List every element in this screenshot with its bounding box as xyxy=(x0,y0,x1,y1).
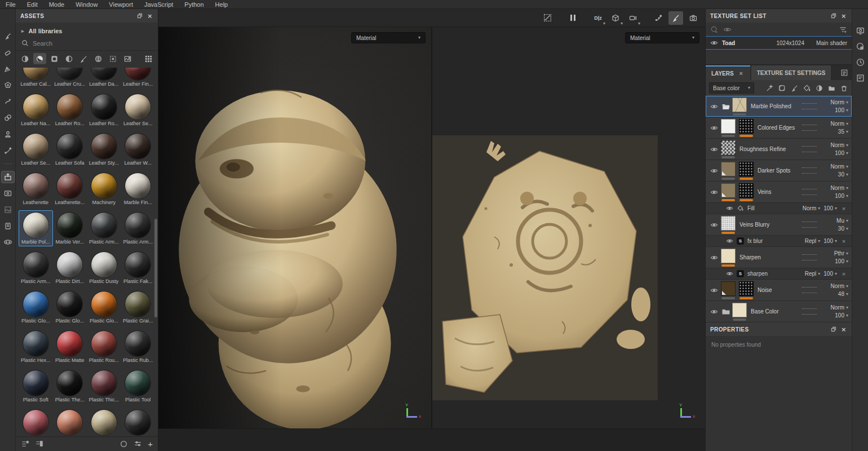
filter-sort-icon[interactable] xyxy=(839,25,847,34)
asset-tile[interactable]: Leather Cru... xyxy=(53,68,87,89)
shading-mode-select-2d[interactable]: Material xyxy=(625,32,699,43)
visibility-eye-icon[interactable] xyxy=(726,270,733,277)
asset-tile[interactable]: Plastic Arm... xyxy=(87,210,121,246)
history-clock-icon[interactable] xyxy=(856,58,865,67)
opacity-select[interactable]: 100 xyxy=(823,238,837,244)
asset-tile[interactable]: Machinery xyxy=(87,171,121,207)
view-list-large-icon[interactable] xyxy=(35,440,43,448)
remove-effect-icon[interactable] xyxy=(840,271,847,277)
asset-tile[interactable]: Leatherette xyxy=(19,171,53,207)
close-tab-icon[interactable] xyxy=(738,70,745,77)
menu-window[interactable]: Window xyxy=(76,1,98,8)
asset-tile[interactable]: Plastic Arm... xyxy=(121,210,156,246)
visibility-eye-icon[interactable] xyxy=(710,254,718,262)
close-panel-icon[interactable] xyxy=(840,326,847,333)
export-textures-icon[interactable] xyxy=(2,171,14,183)
asset-tile[interactable]: Plastic Use... xyxy=(87,408,121,436)
polygon-fill-tool-icon[interactable] xyxy=(2,79,14,91)
perspective-mode-icon[interactable] xyxy=(608,11,623,25)
blend-mode-select[interactable]: Norm xyxy=(831,185,848,191)
opacity-select[interactable]: 100 xyxy=(835,258,848,264)
visibility-eye-icon[interactable] xyxy=(710,308,718,316)
opacity-select[interactable]: 100 xyxy=(823,271,837,277)
layer-row[interactable]: Colored Edges Norm 35 xyxy=(706,117,852,139)
paint-tool-icon[interactable] xyxy=(2,30,14,42)
asset-tile[interactable]: Plastic Tool xyxy=(121,368,156,404)
viewport-3d[interactable]: Material xyxy=(158,27,431,428)
blend-mode-select[interactable]: Pthr xyxy=(834,250,848,257)
asset-tile[interactable]: Leather Se... xyxy=(121,92,156,128)
layer-row[interactable]: Darker Spots Norm 30 xyxy=(706,160,852,182)
asset-tile[interactable]: Plastic The... xyxy=(53,368,87,404)
displacement-mode-icon[interactable]: D|z xyxy=(591,11,605,25)
smart-material-wand-icon[interactable] xyxy=(765,84,774,92)
shading-mode-select-3d[interactable]: Material xyxy=(351,32,426,43)
opacity-select[interactable]: 35 xyxy=(838,129,848,135)
asset-tile[interactable]: Plastic Hex... xyxy=(19,329,53,365)
asset-tile[interactable]: Rubber Dry xyxy=(121,408,156,436)
blend-mode-select[interactable]: Norm xyxy=(831,121,848,127)
projection-tool-icon[interactable] xyxy=(2,63,14,74)
asset-tile[interactable]: Plastic Grai... xyxy=(121,289,156,325)
menu-file[interactable]: File xyxy=(6,1,16,8)
layer-effect-row[interactable]: fx blur Repl 100 xyxy=(706,236,852,247)
asset-tile[interactable]: Plastic Use... xyxy=(53,408,87,436)
eye-icon[interactable] xyxy=(723,25,732,34)
visibility-eye-icon[interactable] xyxy=(726,205,733,212)
asset-tile[interactable]: Plastic Glo... xyxy=(19,289,53,325)
viewport-2d[interactable]: Material xyxy=(432,27,705,428)
layer-thumbnail[interactable] xyxy=(739,162,754,176)
add-mask-icon[interactable] xyxy=(815,84,823,92)
filter-smart-masks-icon[interactable] xyxy=(63,53,76,64)
asset-tile[interactable]: Leather W... xyxy=(121,131,156,167)
visibility-eye-icon[interactable] xyxy=(710,145,718,153)
filter-materials-icon[interactable] xyxy=(33,53,46,64)
opacity-select[interactable]: 30 xyxy=(838,226,848,232)
pause-engine-icon[interactable] xyxy=(565,11,580,25)
layer-thumbnail[interactable] xyxy=(739,119,754,134)
layer-row[interactable]: Veins Norm 100 xyxy=(706,182,852,203)
opacity-select[interactable]: 48 xyxy=(838,291,848,297)
close-panel-icon[interactable] xyxy=(840,12,847,19)
material-picker-tool-icon[interactable] xyxy=(2,129,14,140)
menu-edit[interactable]: Edit xyxy=(27,1,38,8)
visibility-eye-icon[interactable] xyxy=(710,221,718,229)
layer-thumbnail[interactable] xyxy=(721,216,736,231)
blend-mode-select[interactable]: Norm xyxy=(803,205,820,211)
menu-python[interactable]: Python xyxy=(184,1,203,8)
layer-thumbnail[interactable] xyxy=(739,281,754,296)
layer-row[interactable]: Veins Blurry Mu 30 xyxy=(706,214,852,236)
blend-mode-select[interactable]: Norm xyxy=(831,304,848,311)
tab-layers[interactable]: LAYERS xyxy=(706,65,750,80)
visibility-eye-icon[interactable] xyxy=(710,103,718,110)
asset-tile[interactable]: Leatherette... xyxy=(53,171,87,207)
layer-row[interactable]: Roughness Refine Norm 100 xyxy=(706,139,852,160)
layer-thumbnail[interactable] xyxy=(721,249,736,263)
view-list-small-icon[interactable] xyxy=(21,440,29,448)
layer-thumbnail[interactable] xyxy=(721,281,736,296)
texture-view-icon[interactable] xyxy=(2,204,14,215)
asset-tile[interactable]: Plastic Dirt... xyxy=(53,250,87,286)
asset-tile[interactable]: Plastic Matte xyxy=(53,329,87,365)
particle-tool-icon[interactable] xyxy=(2,145,14,156)
asset-tile[interactable]: Marble Fin... xyxy=(121,171,156,207)
float-panel-icon[interactable] xyxy=(136,12,143,19)
opacity-select[interactable]: 30 xyxy=(838,171,848,178)
log-panel-icon[interactable] xyxy=(856,73,865,83)
blend-mode-select[interactable]: Norm xyxy=(831,283,848,289)
grid-view-icon[interactable] xyxy=(142,53,155,64)
display-settings-rail-icon[interactable] xyxy=(856,26,865,36)
clone-tool-icon[interactable] xyxy=(2,112,14,123)
asset-tile[interactable]: Leather Cal... xyxy=(19,68,53,89)
layer-thumbnail[interactable] xyxy=(739,183,754,198)
asset-tile[interactable]: Leather Sofa xyxy=(53,131,87,167)
paint-mode-icon[interactable] xyxy=(668,11,683,25)
material-visibility-icon[interactable] xyxy=(710,25,719,34)
folder-open-icon[interactable] xyxy=(721,102,730,111)
opacity-select[interactable]: 100 xyxy=(835,107,848,113)
menu-javascript[interactable]: JavaScript xyxy=(144,1,173,8)
layer-thumbnail[interactable] xyxy=(732,303,747,317)
folder-closed-icon[interactable] xyxy=(721,307,730,316)
layer-thumbnail[interactable] xyxy=(721,140,736,155)
asset-tile[interactable]: Leather Ro... xyxy=(87,92,121,128)
